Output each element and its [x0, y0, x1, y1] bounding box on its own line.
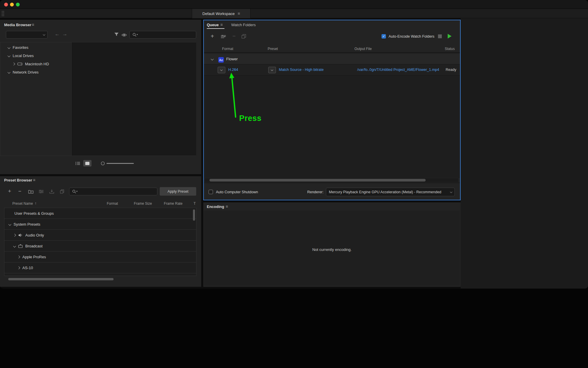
titlebar — [0, 0, 588, 9]
delete-preset-icon[interactable]: − — [18, 189, 21, 194]
forward-arrow-icon[interactable]: → — [62, 31, 67, 36]
preset-browser-panel-menu-icon[interactable]: ≡ — [33, 178, 35, 182]
apply-preset-button[interactable]: Apply Preset — [160, 187, 196, 196]
chevron-down-icon[interactable] — [9, 223, 11, 226]
vertical-scrollbar-thumb[interactable] — [193, 209, 195, 221]
sort-ascending-icon[interactable]: ↑ — [35, 201, 37, 205]
workspace-menu-icon[interactable]: ≡ — [238, 11, 240, 16]
media-browser-panel-menu-icon[interactable]: ≡ — [32, 23, 34, 27]
chevron-right-icon[interactable] — [12, 62, 15, 65]
tree-item-network-drives[interactable]: Network Drives — [0, 68, 68, 76]
format-link[interactable]: H.264 — [228, 68, 238, 72]
queue-item-row[interactable]: H.264 Match Source - High bitrate /var/f… — [204, 64, 460, 76]
preset-row-audio-only[interactable]: Audio Only — [4, 230, 196, 241]
encoding-status-message: Not currently encoding. — [204, 247, 460, 252]
tree-item-label: Macintosh HD — [25, 62, 49, 66]
preset-settings-icon[interactable] — [39, 190, 44, 193]
column-header-type[interactable]: T — [194, 202, 196, 206]
auto-shutdown-checkbox[interactable] — [209, 190, 213, 194]
renderer-label: Renderer: — [301, 190, 324, 194]
zoom-window-button[interactable] — [16, 3, 20, 6]
preset-row-as10[interactable]: AS-10 — [4, 262, 196, 273]
media-search-input[interactable] — [140, 33, 193, 37]
minimize-window-button[interactable] — [10, 3, 14, 6]
auto-encode-checkbox[interactable]: ✓ — [382, 34, 386, 39]
remove-item-icon[interactable]: − — [232, 33, 236, 39]
panel-grip-icon[interactable] — [2, 11, 4, 16]
chevron-down-icon[interactable] — [8, 46, 11, 49]
preset-row-broadcast[interactable]: Broadcast — [4, 241, 196, 252]
preset-row-system-presets[interactable]: System Presets — [4, 219, 196, 230]
status-value: Ready — [446, 68, 459, 72]
column-header-format[interactable]: Format — [107, 202, 118, 206]
media-search-field[interactable] — [129, 31, 196, 39]
thumbnail-view-button[interactable] — [83, 160, 91, 166]
screen: { "workspace_tab": { "label": "Default W… — [0, 0, 588, 368]
preset-search-input[interactable] — [80, 189, 154, 194]
preset-row-user-presets[interactable]: User Presets & Groups — [4, 208, 196, 219]
auto-shutdown-label: Auto Computer Shutdown — [216, 190, 258, 194]
import-preset-icon[interactable] — [49, 189, 54, 194]
new-preset-icon[interactable]: + — [8, 188, 11, 194]
media-content-area — [72, 42, 196, 156]
chevron-down-icon[interactable] — [13, 244, 16, 247]
queue-column-status: Status — [445, 47, 455, 51]
list-view-icon[interactable] — [75, 161, 80, 165]
stop-queue-icon[interactable] — [438, 34, 442, 38]
queue-panel-menu-icon[interactable]: ≡ — [220, 23, 223, 27]
chevron-right-icon[interactable] — [17, 255, 20, 258]
search-icon — [72, 189, 78, 194]
encoding-panel-menu-icon[interactable]: ≡ — [226, 204, 228, 209]
tree-item-macintosh-hd[interactable]: Macintosh HD — [0, 60, 68, 68]
chevron-down-icon[interactable] — [8, 71, 11, 74]
preset-dropdown-button[interactable] — [268, 67, 276, 73]
chevron-down-icon[interactable] — [211, 57, 214, 60]
back-arrow-icon[interactable]: ← — [55, 31, 60, 36]
duplicate-preset-icon[interactable] — [60, 189, 64, 194]
preset-search-field[interactable] — [69, 188, 157, 195]
chevron-down-icon[interactable] — [8, 54, 11, 57]
output-file-link[interactable]: /var/fo..0gn/T/Untitled Project_AME/Flow… — [342, 68, 439, 72]
media-browser-panel: Media Browser ≡ ← → Favorites — [0, 20, 201, 174]
column-header-frame-rate[interactable]: Frame Rate — [164, 202, 182, 206]
workspace-tab-default[interactable]: Default Workspace ≡ — [192, 9, 251, 18]
queue-list-area: Ae Flower H.264 Match Source - High bitr… — [204, 52, 460, 178]
format-dropdown-button[interactable] — [218, 67, 225, 73]
preset-row-label: Audio Only — [25, 233, 44, 237]
chevron-right-icon[interactable] — [13, 234, 16, 237]
tab-watch-folders[interactable]: Watch Folders — [231, 23, 256, 27]
queue-column-preset: Preset — [268, 47, 278, 51]
column-header-frame-size[interactable]: Frame Size — [134, 202, 152, 206]
preset-row-label: Broadcast — [25, 244, 43, 248]
add-source-icon[interactable]: + — [211, 33, 214, 39]
duplicate-item-icon[interactable] — [241, 34, 246, 39]
column-header-preset-name[interactable]: Preset Name — [12, 202, 33, 206]
media-source-dropdown[interactable] — [6, 31, 48, 39]
empty-app-area — [461, 18, 588, 289]
tv-icon — [18, 244, 23, 248]
tree-item-local-drives[interactable]: Local Drives — [0, 51, 68, 60]
preset-link[interactable]: Match Source - High bitrate — [279, 68, 324, 72]
active-tab-underline — [207, 28, 224, 29]
new-group-folder-icon[interactable] — [28, 189, 34, 194]
preset-row-apple-prores[interactable]: Apple ProRes — [4, 252, 196, 262]
tree-item-favorites[interactable]: Favorites — [0, 43, 68, 51]
close-window-button[interactable] — [4, 3, 8, 6]
horizontal-scrollbar-thumb[interactable] — [8, 278, 114, 280]
zoom-slider-knob[interactable] — [101, 161, 105, 166]
eye-icon[interactable] — [121, 33, 127, 37]
media-browser-body: Favorites Local Drives Macintosh HD Netw… — [0, 42, 196, 156]
tab-queue[interactable]: Queue — [207, 23, 219, 27]
renderer-dropdown[interactable]: Mercury Playback Engine GPU Acceleration… — [326, 188, 455, 196]
queue-hscroll-track[interactable] — [204, 178, 458, 182]
audio-icon — [18, 233, 23, 237]
queue-hscroll-thumb[interactable] — [209, 179, 426, 181]
queue-group-row[interactable]: Ae Flower — [204, 54, 460, 64]
chevron-right-icon[interactable] — [17, 266, 20, 269]
preset-row-label: System Presets — [14, 222, 40, 227]
preset-list: User Presets & Groups System Presets Aud… — [4, 208, 196, 276]
zoom-slider-track[interactable] — [106, 163, 134, 164]
filter-icon[interactable] — [114, 32, 119, 36]
add-output-icon[interactable] — [221, 35, 226, 39]
start-queue-icon[interactable] — [448, 34, 452, 39]
